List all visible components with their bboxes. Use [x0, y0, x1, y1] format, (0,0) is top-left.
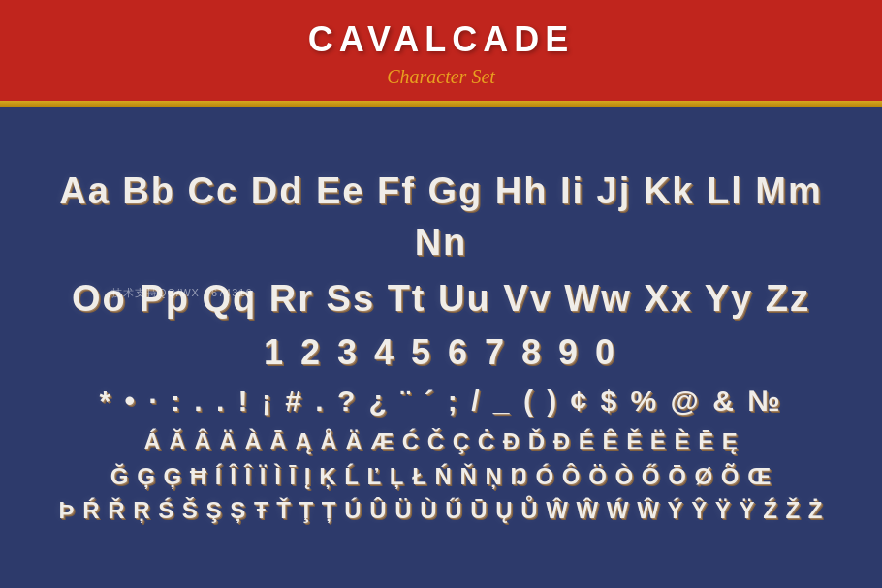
- character-set-subtitle: Character Set: [387, 66, 495, 88]
- special-row-2: Ğ Ģ Ģ Ħ Í Î Î Ï Ì Ī Į Ķ Ĺ Ľ Ļ Ł Ń Ň Ņ Ŋ …: [58, 460, 824, 493]
- symbols-row: * • · : . . ! ¡ # . ? ¿ ¨ ´ ; / _ ( ) ¢ …: [58, 381, 824, 421]
- numbers-section: 1 2 3 4 5 6 7 8 9 0: [58, 328, 824, 377]
- alphabet-row-1: Aa Bb Cc Dd Ee Ff Gg Hh Ii Jj Kk Ll Mm N…: [58, 166, 824, 268]
- special-chars-section: Á Ă Â Ä À Ā Ą Å Ä Æ Ć Č Ç Ċ Đ Ď Đ É Ê Ě …: [58, 425, 824, 527]
- character-set-display: Aa Bb Cc Dd Ee Ff Gg Hh Ii Jj Kk Ll Mm N…: [58, 166, 824, 529]
- character-display-area: Aa Bb Cc Dd Ee Ff Gg Hh Ii Jj Kk Ll Mm N…: [0, 107, 882, 588]
- font-name-title: CAVALCADE: [308, 19, 575, 60]
- symbols-section: * • · : . . ! ¡ # . ? ¿ ¨ ´ ; / _ ( ) ¢ …: [58, 381, 824, 421]
- header: CAVALCADE Character Set: [0, 0, 882, 107]
- special-row-1: Á Ă Â Ä À Ā Ą Å Ä Æ Ć Č Ç Ċ Đ Ď Đ É Ê Ě …: [58, 425, 824, 458]
- numbers-row: 1 2 3 4 5 6 7 8 9 0: [58, 328, 824, 377]
- special-row-3: Þ Ŕ Ř Ŗ Ś Š Ş Ș Ŧ Ť Ţ Ț Ú Û Ü Ù Ű Ū Ų Ů …: [58, 494, 824, 527]
- watermark-text: 技术支持QQ/WX：674316: [111, 286, 253, 300]
